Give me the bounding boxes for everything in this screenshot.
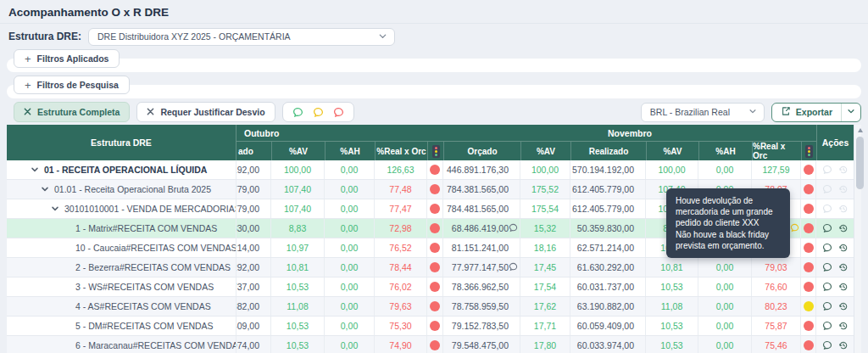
estrutura-completa-button[interactable]: Estrutura Completa [14,102,130,122]
outubro-realizado-cell: .214,00 [236,238,271,257]
history-action-button[interactable] [838,282,849,292]
history-action-button[interactable] [838,321,849,331]
status-dot-red [430,204,440,214]
outubro-realizado-cell: .974,00 [236,336,271,353]
outubro-ah-cell: 0,00 [325,297,375,316]
novembro-realizado-cell: 63.190.882,00 [570,297,646,316]
estrutura-dre-label: Estrutura DRE: [8,31,81,42]
status-dot-red [430,321,440,331]
filtros-aplicados-section: + Filtros Aplicados [0,48,868,74]
chevron-down-icon[interactable] [31,165,39,174]
dre-item-name: 5 - DM#RECEITAS COM VENDAS [7,317,236,335]
history-action-button[interactable] [838,262,849,272]
dre-item-label: 01 - RECEITA OPERACIONAL LÍQUIDA [44,165,207,175]
status-dot-red [430,262,440,272]
comment-action-button[interactable] [822,340,832,350]
deviation-justification-tooltip: Houve devolução de mercadoria de um gran… [666,188,790,258]
history-action-button[interactable] [838,184,849,194]
table-toolbar: Estrutura Completa Requer Justificar Des… [0,101,868,123]
history-action-button[interactable] [838,204,849,214]
novembro-av2-cell: 10,81 [646,258,698,277]
requer-justificar-desvio-button[interactable]: Requer Justificar Desvio [136,102,275,122]
chevron-down-icon [748,107,757,117]
novembro-realxorc-cell: 76,60 [752,277,801,296]
history-action-button[interactable] [838,301,849,311]
column-header-realizado-outubro: ado [236,142,271,160]
filtros-aplicados-panel [7,59,861,72]
outubro-realizado-cell: .882,00 [236,297,271,316]
comment-yellow-icon[interactable] [790,223,799,233]
vertical-scrollbar[interactable] [854,125,861,353]
comment-action-button[interactable] [822,262,832,272]
comment-action-button[interactable] [822,223,832,233]
estrutura-dre-select[interactable]: DRE Distribuidora XYZ 2025 - ORÇAMENTÁRI… [88,28,395,46]
export-options-button[interactable] [841,104,860,121]
export-label: Exportar [796,107,832,117]
novembro-status-cell [801,180,816,199]
chevron-down-icon[interactable] [41,185,49,193]
comment-icon[interactable] [509,262,518,272]
history-action-button[interactable] [838,340,849,350]
novembro-ah-cell: 0,00 [698,160,752,179]
dre-item-name: 30101010001 - VENDA DE MERCADORIAS [7,199,236,218]
novembro-realizado-cell: 50.359.830,00 [570,219,646,238]
novembro-orcado-cell: 784.381.565,00 [443,180,520,199]
group-header-outubro: Outubro [236,125,443,142]
comment-action-button[interactable] [822,165,832,175]
comment-filter-red-icon[interactable] [333,107,344,118]
outubro-realxorc-cell: 79,63 [375,297,427,316]
dre-item-name: 1 - Matrix#RECEITA COM VENDAS [7,219,236,238]
traffic-light-icon [801,142,816,160]
scroll-up-arrow[interactable] [854,126,866,134]
chevron-down-icon[interactable] [51,205,59,213]
history-action-button[interactable] [838,165,849,175]
currency-select[interactable]: BRL - Brazilian Real [641,103,765,122]
outubro-av-cell: 100,00 [271,160,325,179]
novembro-av2-cell: 10,53 [646,317,698,335]
novembro-av-cell: 18,16 [520,238,570,257]
comment-action-button[interactable] [822,243,832,253]
outubro-realizado-cell: .779,00 [236,180,271,199]
export-button[interactable]: Exportar [772,104,841,121]
comment-action-button[interactable] [822,301,832,311]
table-row[interactable]: 6 - Maracanau#RECEITAS COM VENDAS.974,00… [7,336,854,353]
outubro-realxorc-cell: 76,52 [375,238,427,257]
column-header-acoes: Ações [816,125,854,160]
table-row[interactable]: 01 - RECEITA OPERACIONAL LÍQUIDA.192,001… [7,160,854,180]
filtros-aplicados-button[interactable]: + Filtros Aplicados [14,49,120,68]
comment-action-button[interactable] [822,184,832,194]
outubro-ah-cell: 0,00 [325,160,375,179]
table-row[interactable]: 4 - AS#RECEITAS COM VENDAS.882,0011,080,… [7,297,854,317]
comment-icon[interactable] [509,223,518,233]
actions-cell [816,297,854,316]
outubro-realxorc-cell: 75,30 [375,317,427,335]
outubro-ah-cell: 0,00 [325,219,375,238]
actions-cell [816,219,854,238]
scrollbar-thumb[interactable] [856,137,864,189]
comment-action-button[interactable] [822,282,832,292]
table-row[interactable]: 3 - WS#RECEITAS COM VENDAS.737,0010,530,… [7,277,854,297]
filtros-pesquisa-label: Filtros de Pesquisa [37,80,119,90]
outubro-status-cell [427,160,443,179]
comment-filter-green-icon[interactable] [292,107,303,118]
novembro-av-cell: 17,80 [520,336,570,353]
plus-icon: + [25,53,31,64]
novembro-ah-cell: 0,00 [698,336,752,353]
page-title: Acompanhamento O x R DRE [0,0,868,24]
filtros-pesquisa-button[interactable]: + Filtros de Pesquisa [14,76,130,94]
comment-action-button[interactable] [822,321,832,331]
table-row[interactable]: 5 - DM#RECEITAS COM VENDAS.409,0010,530,… [7,317,854,336]
novembro-orcado-cell: 68.486.419,00 [443,219,520,238]
novembro-status-cell [801,160,816,179]
novembro-status-cell [801,219,816,238]
outubro-realxorc-cell: 76,02 [375,277,427,296]
outubro-status-cell [427,199,443,218]
table-row[interactable]: 2 - Bezerra#RECEITAS COM VENDAS.292,0010… [7,258,854,277]
actions-cell [816,258,854,277]
comment-action-button[interactable] [822,204,832,214]
history-action-button[interactable] [838,243,849,253]
novembro-av-cell: 175,54 [520,199,570,218]
history-action-button[interactable] [838,223,849,233]
dre-item-label: 3 - WS#RECEITAS COM VENDAS [75,282,214,292]
comment-filter-yellow-icon[interactable] [313,107,324,118]
